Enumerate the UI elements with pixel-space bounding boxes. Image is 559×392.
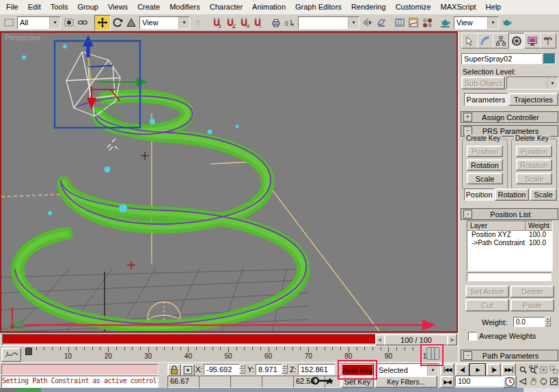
position-list-box[interactable]: Layer Weight Position XYZ100.0->Path Con… — [467, 221, 553, 271]
tab-display[interactable] — [524, 33, 541, 48]
next-frame-icon[interactable]: |▶ — [487, 363, 501, 376]
render-scene-icon[interactable] — [439, 16, 452, 29]
lock-selection-icon[interactable] — [167, 364, 181, 376]
next-frame-nub[interactable]: > — [447, 334, 457, 346]
select-object-icon[interactable] — [62, 16, 76, 29]
object-color-swatch[interactable] — [543, 53, 556, 64]
rotation-key-button[interactable]: Rotation — [467, 159, 503, 171]
current-frame-marker[interactable] — [426, 347, 439, 360]
spinner-snap-toggle-icon[interactable]: ↕ — [251, 16, 264, 29]
arc-rotate-icon[interactable] — [538, 376, 549, 387]
menu-graph-editors[interactable]: Graph Editors — [290, 0, 346, 11]
named-selection-dropdown[interactable]: ▼ — [298, 16, 359, 29]
paste-button[interactable]: Paste — [510, 299, 554, 311]
list-name-field[interactable] — [467, 272, 551, 281]
maxscript-listener-input[interactable] — [1, 364, 159, 375]
zoom-icon[interactable] — [518, 364, 528, 375]
select-and-move-icon[interactable] — [94, 15, 111, 31]
list-item[interactable]: ->Path Constraint100.0 — [467, 239, 552, 247]
y-spinner[interactable]: ▲▼ — [282, 364, 288, 374]
selection-set-dropdown[interactable]: Selected▼ — [376, 363, 439, 376]
menu-maxscript[interactable]: MAXScript — [436, 0, 481, 11]
selection-filter-dropdown[interactable]: All▼ — [17, 16, 61, 29]
position-key-button[interactable]: Position — [467, 145, 503, 157]
tab-parameters[interactable]: Parameters — [464, 93, 508, 106]
key-filters-button[interactable]: Key Filters... — [374, 376, 437, 388]
go-to-start-icon[interactable]: |◀◀ — [440, 363, 454, 376]
snap-toggle-3d-icon[interactable]: 3 — [210, 16, 223, 29]
quick-render-icon[interactable] — [500, 16, 514, 29]
angle-snap-toggle-icon[interactable]: ∠ — [223, 16, 237, 29]
align-icon[interactable] — [374, 16, 388, 29]
tab-modify[interactable] — [477, 33, 493, 48]
prs-tab-position[interactable]: Position — [464, 188, 494, 201]
set-keys-key-icon[interactable] — [311, 375, 334, 387]
layer-manager-icon[interactable] — [393, 16, 407, 29]
sub-object-level-dropdown[interactable]: ▼ — [506, 76, 558, 89]
curve-editor-icon[interactable] — [407, 16, 420, 29]
tab-motion[interactable] — [508, 33, 525, 48]
rotation-key-button[interactable]: Rotation — [516, 159, 552, 171]
menu-edit[interactable]: Edit — [23, 0, 46, 11]
keyframe-marker[interactable] — [25, 348, 32, 355]
time-slider-handle[interactable]: 100 / 100 — [384, 334, 448, 346]
pan-icon[interactable] — [528, 376, 538, 387]
delete-button[interactable]: Delete — [510, 285, 554, 298]
menu-file[interactable]: File — [1, 0, 23, 11]
collapse-icon[interactable]: - — [463, 210, 472, 219]
set-key-button[interactable]: Set Key — [341, 376, 374, 388]
expand-icon[interactable]: + — [463, 113, 472, 122]
x-spinner[interactable]: ▲▼ — [239, 364, 245, 374]
rollout-assign-controller[interactable]: + Assign Controller — [461, 111, 558, 123]
object-name-field[interactable]: SuperSpray02 — [461, 53, 542, 64]
key-mode-toggle-icon[interactable]: ▶◀ — [440, 376, 454, 388]
previous-frame-icon[interactable]: ◀| — [455, 363, 469, 376]
menu-animation[interactable]: Animation — [247, 0, 290, 11]
prs-tab-rotation[interactable]: Rotation — [495, 188, 529, 201]
tab-create[interactable] — [461, 33, 478, 48]
menu-rendering[interactable]: Rendering — [346, 0, 391, 11]
menu-modifiers[interactable]: Modifiers — [165, 0, 205, 11]
play-animation-icon[interactable]: ▶ — [469, 363, 486, 376]
tab-hierarchy[interactable] — [493, 33, 509, 48]
menu-character[interactable]: Character — [205, 0, 247, 11]
rectangular-selection-region-icon[interactable] — [2, 16, 16, 29]
tab-trajectories[interactable]: Trajectories — [508, 93, 558, 106]
sub-object-button[interactable]: Sub-Object — [461, 76, 505, 89]
perspective-viewport[interactable]: Perspective — [0, 31, 458, 333]
mirror-icon[interactable] — [361, 16, 374, 29]
x-coordinate-field[interactable]: -95.692 — [204, 364, 241, 375]
menu-group[interactable]: Group — [72, 0, 103, 11]
menu-views[interactable]: Views — [103, 0, 133, 11]
current-frame-field[interactable]: 100 — [455, 376, 503, 387]
weight-spinner[interactable]: ▲▼ — [545, 317, 551, 326]
select-and-rotate-icon[interactable] — [111, 16, 124, 29]
scale-key-button[interactable]: Scale — [516, 173, 552, 184]
z-coordinate-field[interactable]: 152.861 — [298, 364, 335, 375]
rollout-path-parameters[interactable]: - Path Parameters — [461, 350, 558, 361]
time-configuration-icon[interactable] — [503, 376, 517, 388]
menu-tools[interactable]: Tools — [46, 0, 73, 11]
material-editor-icon[interactable] — [420, 16, 434, 29]
scale-key-button[interactable]: Scale — [467, 173, 503, 184]
set-active-button[interactable]: Set Active — [465, 285, 509, 298]
menu-customize[interactable]: Customize — [391, 0, 436, 11]
collapse-icon[interactable]: - — [463, 351, 472, 360]
render-type-dropdown[interactable]: View▼ — [454, 16, 499, 29]
cut-button[interactable]: Cut — [465, 299, 509, 311]
menu-create[interactable]: Create — [133, 0, 165, 11]
prs-tab-scale[interactable]: Scale — [530, 188, 557, 201]
min-max-toggle-icon[interactable] — [549, 376, 559, 387]
reference-coordinate-system-dropdown[interactable]: View▼ — [139, 16, 190, 29]
average-weights-checkbox[interactable] — [468, 332, 477, 341]
time-slider[interactable]: < 100 / 100 > — [0, 333, 458, 346]
auto-key-button[interactable]: Auto Key — [341, 363, 374, 376]
viewport-label[interactable]: Perspective — [5, 34, 40, 42]
select-and-scale-icon[interactable] — [124, 16, 138, 29]
absolute-mode-icon[interactable] — [181, 364, 195, 376]
named-selection-sets-icon[interactable] — [269, 16, 283, 29]
weight-field[interactable]: 0.0 — [513, 317, 546, 327]
list-item[interactable]: Position XYZ100.0 — [467, 231, 552, 239]
percent-snap-toggle-icon[interactable]: % — [237, 16, 251, 29]
time-slider-red-track[interactable] — [3, 335, 375, 344]
